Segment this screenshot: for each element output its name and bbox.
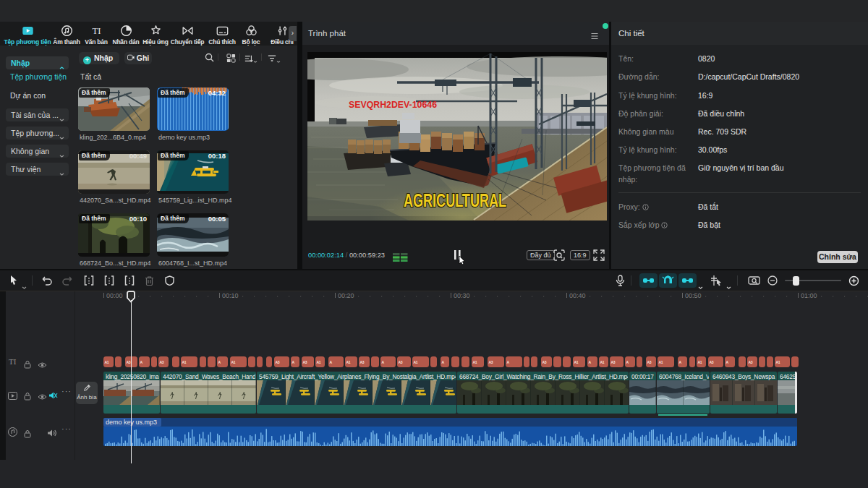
svg-text:00:50: 00:50 xyxy=(685,292,702,299)
svg-text:SEVQRH2DEV-10646: SEVQRH2DEV-10646 xyxy=(349,99,437,110)
svg-text:00:00: 00:00 xyxy=(106,292,123,299)
svg-text:01:00: 01:00 xyxy=(801,292,817,299)
svg-text:00:20: 00:20 xyxy=(338,292,354,299)
svg-text:00:10: 00:10 xyxy=(222,292,239,299)
svg-text:AGRICULTURAL: AGRICULTURAL xyxy=(404,189,506,211)
svg-text:00:30: 00:30 xyxy=(454,292,470,299)
svg-text:00:40: 00:40 xyxy=(569,292,586,299)
